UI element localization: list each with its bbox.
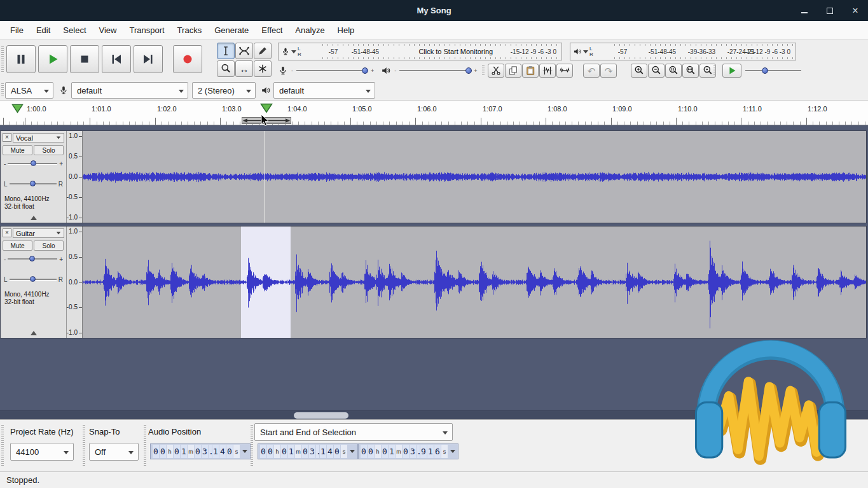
titlebar: My Song × [0,0,868,21]
mute-button[interactable]: Mute [3,145,32,155]
selection-mode-select[interactable]: Start and End of Selection [254,423,453,441]
monitor-text[interactable]: Click to Start Monitoring [399,48,513,55]
skip-to-start-button[interactable] [102,45,131,73]
recording-device-select[interactable]: default [71,82,188,99]
toolbar-grip[interactable] [144,425,146,466]
close-button[interactable]: × [850,6,860,16]
silence-audio-button[interactable] [556,64,573,78]
play-speed-slider[interactable] [745,66,801,76]
mute-button[interactable]: Mute [3,241,32,251]
multi-tool-icon [257,63,268,74]
selection-tool-button[interactable] [217,43,235,59]
horizontal-scrollbar[interactable] [0,410,868,419]
slider-max-label: + [371,67,374,74]
timeline-ruler[interactable]: 1:00.0 1:01.0 1:02.0 1:03.0 1:04.0 1:05.… [0,101,868,125]
playhead-marker-icon[interactable] [260,103,273,113]
zoom-in-button[interactable] [631,64,647,78]
menu-help[interactable]: Help [331,21,361,39]
track-name-label: Guitar [16,230,35,237]
audacity-window: My Song × File Edit Select View Transpor… [0,0,868,488]
scrollbar-thumb[interactable] [294,412,348,419]
track-name-menu[interactable]: Vocal [13,133,64,143]
track-close-button[interactable]: × [3,228,11,237]
selection-end-display[interactable]: 00h01m03.916s [358,443,458,459]
toolbar-grip[interactable] [83,425,85,466]
scale-label: 0.0 [69,174,82,180]
menu-analyze[interactable]: Analyze [289,21,331,39]
play-button[interactable] [38,45,67,73]
paste-button[interactable] [522,64,539,78]
toolbar-grip[interactable] [1,83,4,97]
zoom-toggle-icon [702,65,713,76]
pause-button[interactable] [6,45,36,73]
status-text: Stopped. [6,475,39,485]
multi-tool-button[interactable] [254,60,272,77]
cut-button[interactable] [488,64,504,78]
audio-host-select[interactable]: ALSA [5,82,53,99]
collapse-button[interactable] [3,329,64,337]
toolbar-grip[interactable] [1,425,4,466]
undo-button[interactable]: ↶ [583,64,600,78]
toolbar-grip[interactable] [482,65,485,76]
recording-volume-slider[interactable] [296,66,368,76]
waveform-guitar[interactable] [83,227,866,338]
zoom-tool-button[interactable] [217,60,235,77]
play-at-speed-toolbar [713,63,801,78]
window-controls: × [799,0,860,21]
skip-to-end-button[interactable] [134,45,163,73]
envelope-tool-button[interactable] [235,43,253,59]
track-control-panel: × Vocal Mute Solo - + L R [1,131,67,223]
waveform-vocal[interactable] [83,131,866,223]
playback-volume-slider[interactable] [399,66,471,76]
track-name-menu[interactable]: Guitar [13,228,64,238]
collapse-button[interactable] [3,214,64,222]
copy-button[interactable] [505,64,521,78]
menu-view[interactable]: View [93,21,123,39]
trim-audio-button[interactable] [539,64,556,78]
menu-transport[interactable]: Transport [123,21,170,39]
menu-file[interactable]: File [4,21,30,39]
solo-button[interactable]: Solo [34,145,64,155]
pan-slider[interactable] [10,275,57,284]
fit-selection-button[interactable] [665,64,682,78]
project-rate-select[interactable]: 44100 [10,443,74,461]
playback-meter[interactable]: L R -57 -51-48-45 -39-36-33 -27-24-21 -1… [570,43,796,60]
gain-slider[interactable] [8,159,57,168]
selection-tool-icon [220,45,231,57]
menu-generate[interactable]: Generate [208,21,255,39]
stop-button[interactable] [70,45,99,73]
menu-effect[interactable]: Effect [255,21,289,39]
selection-start-display[interactable]: 00h01m03.140s [258,443,358,459]
maximize-button[interactable] [825,6,835,16]
redo-button[interactable]: ↷ [600,64,617,78]
toolbar-grip[interactable] [251,425,253,466]
draw-tool-button[interactable] [254,43,272,59]
timeline-pin-icon[interactable] [11,104,24,113]
recording-meter[interactable]: L R -57 -51-48-45 Click to Start Monitor… [278,43,562,60]
pan-slider[interactable] [10,179,57,188]
zoom-out-button[interactable] [648,64,665,78]
timeshift-tool-button[interactable]: ↔ [235,60,253,77]
solo-button[interactable]: Solo [34,241,64,251]
scale-tick-label: -39-36-33 [688,48,715,55]
meter-dropdown-icon[interactable] [583,50,588,53]
track-close-button[interactable]: × [3,133,11,142]
playback-device-select[interactable]: default [273,82,375,99]
audio-position-display[interactable]: 00h01m03.140s [150,443,251,459]
toolbar-grip[interactable] [1,46,4,72]
snap-to-select[interactable]: Off [89,443,139,461]
play-at-speed-button[interactable] [722,64,741,78]
meter-dropdown-icon[interactable] [291,50,296,53]
toolbar-grip[interactable] [713,65,716,76]
menubar: File Edit Select View Transport Tracks G… [0,21,868,39]
menu-select[interactable]: Select [57,21,92,39]
record-button[interactable] [173,45,202,73]
menu-edit[interactable]: Edit [30,21,57,39]
recording-channels-select[interactable]: 2 (Stereo) [192,82,256,99]
time-label: 1:07.0 [483,105,502,113]
maximize-icon [827,8,833,14]
menu-tracks[interactable]: Tracks [171,21,209,39]
fit-project-button[interactable] [682,64,699,78]
minimize-button[interactable] [799,6,809,16]
gain-slider[interactable] [8,254,57,263]
